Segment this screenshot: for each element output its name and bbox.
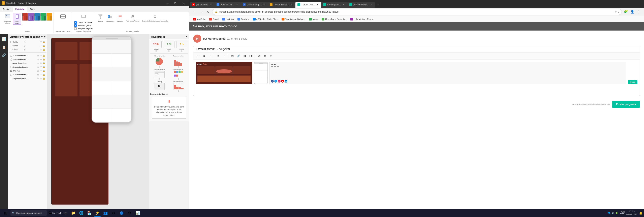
close-button[interactable]: ✕ [179,0,187,6]
preview-btn[interactable]: 👁 [268,53,274,58]
bookmark-tutoriais[interactable]: Tutoriais de Web c... [280,17,307,21]
checkbox-ajustar-grade[interactable]: Ajustar à grade [74,24,92,27]
lock-icon-5[interactable]: 🔒 [43,58,45,60]
visualizations-collapse-icon[interactable]: ▶ [186,35,187,38]
taskbar-app-settings[interactable]: ⚙ [126,209,133,217]
bookmark-traduzir[interactable]: Traduzir [236,17,251,21]
notification-icon[interactable]: 🔔 [639,211,642,215]
theme-4[interactable] [40,13,46,21]
preview-send-btn[interactable]: Enviar [628,80,637,84]
lock-icon-9[interactable]: 🔒 [43,73,45,76]
network-icon[interactable]: 🌐 [607,212,610,215]
performance-btn[interactable]: ⏱ Performance Analyser [125,13,140,22]
bookmark-noticias[interactable]: Notícias [220,17,236,21]
slicer-visual-1[interactable]: Nome do produto Buscar ◎ [150,69,168,80]
tab-ajuda[interactable]: Ajuda [27,7,38,11]
theme-2[interactable] [28,13,34,21]
lock-icon-4[interactable]: 🔒 [43,54,45,57]
card-visual-2[interactable]: 8.7k Cartão ◎ [163,41,175,52]
taskbar-app-chrome[interactable]: 🔵 [118,209,125,217]
eye-icon-9[interactable]: 👁 [40,73,42,76]
element-segmentacao-1[interactable]: □ Segmentação de... ◎ 👁 🔒 [9,65,46,69]
forward-button[interactable]: → [198,9,204,15]
checkbox-linhas-grade[interactable]: Linhas de Grade [74,21,92,24]
lock-icon-3[interactable]: 🔒 [43,48,45,51]
eye-icon-10[interactable]: 👁 [40,77,42,80]
powerbi-tab-close[interactable]: ✕ [290,3,294,6]
theme-1[interactable] [22,13,28,21]
eye-icon-7[interactable]: 👁 [40,66,42,68]
theme-5[interactable] [46,13,52,21]
segmentacao-btn[interactable]: ⚙ Segmentação de dados de sincronização [141,13,168,22]
taskbar-app-teams[interactable]: 👥 [102,209,109,217]
redo-btn[interactable]: ↻ [262,53,268,58]
img-btn[interactable]: 🖼 [242,53,247,58]
lock-icon[interactable]: 🔒 [43,41,45,43]
filtros-btn[interactable]: Filtros [96,13,104,22]
layout-movel-btn[interactable]: Layoutmóvel [13,13,21,25]
battery-icon[interactable]: 🔋 [616,212,618,215]
slicer-visual-2[interactable]: Segmentação de... ◎ [170,69,188,80]
eye-icon-8[interactable]: 👁 [40,70,42,72]
browser-tab-apostar[interactable]: Apostar Ord... ✕ [214,1,241,8]
taskbar-app-store[interactable]: 🏪 [86,209,93,217]
browser-tab-dashboard[interactable]: 3 Dashboard | ... ✕ [241,1,268,8]
checkbox-bloquear[interactable]: Bloquear objetos [74,27,92,30]
menu-button[interactable]: ⋮ [636,9,642,15]
lock-icon-6[interactable]: 🔒 [43,62,45,64]
indicadores-btn[interactable]: Indicadores [105,13,115,22]
forum1-tab-close[interactable]: ✕ [316,3,319,6]
data-icon[interactable]: 📋 [1,44,7,50]
element-row-card2[interactable]: □ Cartão ◎ 👁 🔒 [9,44,46,47]
enviar-pergunta-button[interactable]: Enviar pergunta [612,101,640,108]
elements-collapse-icon[interactable]: ▶ [44,35,46,38]
eye-icon-3[interactable]: 👁 [40,48,42,51]
link-btn[interactable]: 🔗 [236,53,241,58]
eye-icon-5[interactable]: 👁 [40,58,42,60]
apostar-tab-close[interactable]: ✕ [236,3,239,6]
youtube-tab-close[interactable]: ✕ [209,3,212,6]
forum2-tab-close[interactable]: ✕ [342,3,345,6]
browser-tab-aprenda[interactable]: Aprenda com... ✕ [347,1,375,8]
element-segmentacao-2[interactable]: □ Segmentação de... ◎ 👁 🔒 [9,77,46,80]
browser-tab-forum1[interactable]: Fórum | Alu... ✕ [296,1,321,8]
ol-btn[interactable]: ⋮ [222,53,227,58]
start-button[interactable]: ⊞ [2,210,10,216]
element-row-card1[interactable]: □ Cartão ◎ 👁 🔒 [9,40,46,44]
taskbar-search[interactable]: 🔍 Digite aqui para pesquisar [10,210,47,216]
code-btn[interactable]: </> [230,53,235,58]
lock-icon-8[interactable]: 🔒 [43,70,45,72]
new-tab-button[interactable]: + [375,2,381,8]
segmentacao-bottom[interactable]: Segmentação de... ◎ [150,93,188,95]
card-visual-1[interactable]: 12.3k Cartão ◎ [150,41,162,52]
elements-settings-icon[interactable]: ⚙ [41,35,43,38]
bar-visual-2[interactable]: Faturamento tot... ◎ [170,81,188,92]
extensions-button[interactable]: 🧩 [623,9,629,15]
tab-arquivo[interactable]: Arquivo [0,7,13,11]
browser-tab-forum2[interactable]: Fórum | Alur... ✕ [321,1,347,8]
eye-icon-2[interactable]: 👁 [40,45,42,47]
canvas-area[interactable]: alura Pets [47,34,149,213]
theme-3[interactable] [34,13,40,21]
bar-visual[interactable]: Faturamento tot... ◎ [170,55,188,68]
taskbar-app-mail[interactable]: ✉ [110,209,117,217]
report-icon[interactable]: 📊 [1,36,7,42]
bookmark-gmail[interactable]: Gmail [208,17,220,21]
maximize-button[interactable]: □ [171,0,179,6]
element-row-card3[interactable]: □ Cartão ◎ 👁 🔒 [9,48,46,51]
profile-button[interactable]: 👤 [630,9,635,15]
edicao-pagina-btn[interactable]: Aa Edição depágina [3,13,12,24]
card-visual-3[interactable]: 9.1k Cartão ◎ [176,41,188,52]
bold-btn[interactable]: B [201,53,207,58]
address-bar[interactable]: 🔒 cursos.alura.com.br/forum/curso-power-… [212,9,622,15]
element-faturamento-3[interactable]: ◯ Faturamento tot... ◎ 👁 🔒 [9,73,46,76]
model-icon[interactable]: 🔗 [1,52,7,58]
opcoes-btn[interactable] [80,13,88,20]
video-btn[interactable]: 🎞 [248,53,253,58]
aprenda-tab-close[interactable]: ✕ [370,3,373,6]
lock-icon-10[interactable]: 🔒 [43,77,45,80]
reload-button[interactable]: ↻ [205,9,211,15]
undo-btn[interactable]: ↺ [256,53,262,58]
element-faturamento-2[interactable]: ◯ Faturamento tot... ◎ 👁 🔒 [9,58,46,61]
taskbar-app-powerbi[interactable]: ⚡ [94,209,101,217]
